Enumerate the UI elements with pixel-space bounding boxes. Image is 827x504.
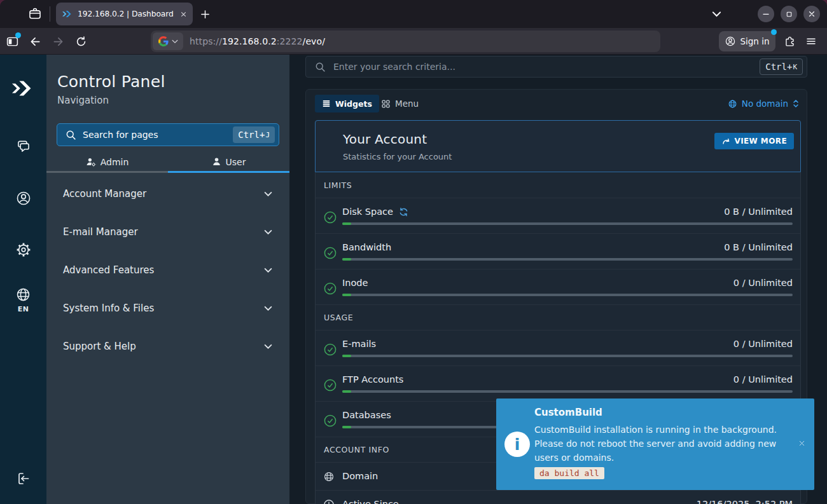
tab-bar-separator [50,6,50,22]
domain-selector-label: No domain [742,99,788,109]
back-button[interactable] [28,34,42,48]
window-close-button[interactable] [803,6,820,22]
new-tab-button[interactable] [198,7,212,21]
tab-close-icon[interactable] [179,10,188,18]
signin-label: Sign in [740,36,769,46]
user-icon [212,157,221,167]
sort-icon [793,99,799,108]
nav-item-advanced-features[interactable]: Advanced Features [46,251,289,289]
url-scheme: https:// [190,36,222,46]
url-host: 192.168.0.2 [222,36,277,46]
check-circle-icon [324,379,337,392]
toast-title: CustomBuild [534,407,602,418]
nav-item-support-help[interactable]: Support & Help [46,327,289,365]
tab-title: 192.168.0.2 | Dashboard [78,10,175,18]
global-search-shortcut: Ctrl+K [760,58,803,75]
forward-button[interactable] [51,34,65,48]
tab-user-label: User [226,157,246,167]
clock-icon [323,499,335,504]
chevron-down-icon [264,191,272,197]
messages-icon[interactable] [0,139,46,155]
nav-item-system-info-files[interactable]: System Info & Files [46,289,289,327]
sidebar-toggle-button[interactable] [5,34,19,48]
language-label[interactable]: EN [0,305,46,313]
reload-button[interactable] [74,34,88,48]
extensions-icon[interactable] [782,34,796,48]
settings-icon[interactable] [0,242,46,258]
pages-search-input[interactable]: Search for pages Ctrl+J [57,123,279,146]
progress-track [342,258,793,261]
browser-tab[interactable]: 192.168.0.2 | Dashboard [56,3,193,25]
engine-chevron-icon [172,39,178,44]
window-maximize-button[interactable] [781,6,797,22]
firefox-view-button[interactable] [28,7,42,21]
nav-item-account-manager[interactable]: Account Manager [46,175,289,213]
toast-close-icon[interactable] [798,439,806,447]
refresh-icon[interactable] [399,207,408,217]
stat-row-ftp-accounts: FTP Accounts 0 / Unlimited [316,366,800,402]
signin-button[interactable]: Sign in [719,31,775,51]
stat-row-bandwidth: Bandwidth 0 B / Unlimited [316,234,800,269]
admin-icon [86,157,96,167]
toast-message: CustomBuild installation is running in t… [534,423,789,465]
sidebar-notification-dot [15,32,21,38]
grid-icon [381,99,391,109]
pages-search-placeholder: Search for pages [83,130,226,140]
info-icon: i [504,432,530,457]
account-icon[interactable] [0,190,46,207]
menu-button[interactable] [804,34,818,48]
domain-selector[interactable]: No domain [728,95,799,112]
app-icon-strip: EN [0,55,46,504]
info-row-active-since: Active Since 12/16/2025, 2:52 PM [316,491,800,504]
view-more-button[interactable]: VIEW MORE [714,133,794,149]
progress-track [342,294,793,296]
stat-row-emails: E-mails 0 / Unlimited [316,330,800,366]
toast-command: da build all [534,467,604,479]
search-engine-chip[interactable] [153,32,183,50]
panel-title: Control Panel [57,72,165,91]
navigation-panel: Control Panel Navigation Search for page… [46,55,289,504]
section-limits: LIMITS [316,172,800,198]
tab-widgets-label: Widgets [335,99,372,109]
tab-admin-label: Admin [101,157,129,167]
view-more-arrow-icon [721,137,730,146]
chevron-down-icon [264,268,272,273]
progress-fill [342,426,351,428]
view-more-label: VIEW MORE [734,137,787,146]
progress-track [342,390,793,393]
tab-menu[interactable]: Menu [381,95,419,112]
progress-track [342,222,793,225]
globe-icon [323,471,335,482]
nav-tabs: Admin User [46,154,289,173]
progress-fill [342,258,351,261]
url-bar[interactable]: https://192.168.0.2:2222/evo/ [151,31,660,52]
progress-fill [342,390,351,393]
language-globe-icon[interactable] [0,287,46,303]
progress-fill [342,294,351,296]
chevron-down-icon [264,344,272,350]
global-search-input[interactable]: Enter your search criteria... Ctrl+K [305,56,807,78]
logout-icon[interactable] [0,471,46,486]
nav-item-email-manager[interactable]: E-mail Manager [46,213,289,251]
directadmin-logo[interactable] [0,80,46,97]
chevron-down-icon [264,306,272,311]
search-icon [66,130,76,140]
tab-widgets[interactable]: Widgets [315,95,379,112]
widget-subtitle: Statistics for your Account [343,152,452,161]
browser-window: 192.168.0.2 | Dashboard [0,0,827,504]
list-all-tabs-button[interactable] [709,7,723,21]
account-widget-header: Your Account Statistics for your Account… [315,120,801,172]
tab-user[interactable]: User [168,154,289,173]
window-minimize-button[interactable] [758,6,774,22]
progress-track [342,355,793,357]
global-search-placeholder: Enter your search criteria... [333,62,752,72]
check-circle-icon [324,247,337,259]
stat-row-disk-space: Disk Space 0 B / Unlimited [316,198,800,234]
check-circle-icon [324,282,337,295]
progress-fill [342,222,351,225]
section-usage: USAGE [316,305,800,330]
account-icon [725,36,736,47]
tab-admin[interactable]: Admin [46,154,168,173]
tab-menu-label: Menu [395,99,419,109]
check-circle-icon [324,211,337,224]
